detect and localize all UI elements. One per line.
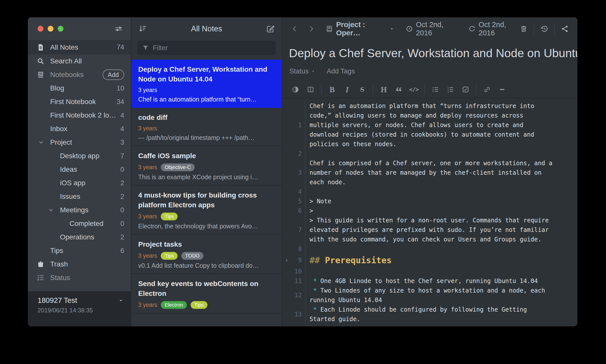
sidebar-titlebar xyxy=(28,17,131,40)
toolbar-link-icon[interactable] xyxy=(480,86,495,93)
toolbar-ordered-list-icon[interactable]: 123 xyxy=(443,86,458,93)
add-notebook-button[interactable]: Add xyxy=(103,69,124,80)
chevron-down-icon xyxy=(118,298,124,303)
sidebar-item-label: Project xyxy=(50,138,72,146)
sidebar-item-first-notebook[interactable]: First Notebook34 xyxy=(28,95,131,109)
new-note-button[interactable] xyxy=(266,24,275,33)
divider xyxy=(476,84,477,95)
sidebar-item-ideas[interactable]: Ideas0 xyxy=(28,163,131,176)
note-list-panel: All Notes Filter xyxy=(131,17,282,326)
sidebar-item-project[interactable]: Project3 xyxy=(28,136,131,149)
toolbar-strikethrough-icon[interactable]: S xyxy=(355,86,370,93)
markdown-editor[interactable]: 1Chef is an automation platform that “tu… xyxy=(282,98,577,326)
sidebar-item-desktop-app[interactable]: Desktop app7 xyxy=(28,149,131,163)
add-tags-field[interactable]: Add Tags xyxy=(327,67,355,75)
note-item-snippet: Chef is an automation platform that “tur… xyxy=(138,96,275,103)
text-segment: Each Linode should be configured by foll… xyxy=(310,306,531,323)
note-title[interactable]: Deploy a Chef Server, Workstation and No… xyxy=(282,40,577,60)
text-segment: * xyxy=(310,278,320,285)
chevron-down-icon[interactable] xyxy=(48,207,54,213)
sidebar-item-operations[interactable]: Operations2 xyxy=(28,230,131,244)
sidebar-item-ios-app[interactable]: iOS app2 xyxy=(28,176,131,190)
note-list-item[interactable]: Send key events to webContents on Electr… xyxy=(131,274,282,314)
editor-toolbar: BISH“</>123 xyxy=(282,81,577,98)
sidebar-item-status[interactable]: Status xyxy=(28,271,131,285)
note-count-badge: 4 xyxy=(120,125,124,133)
sidebar-item-tips[interactable]: Tips6 xyxy=(28,244,131,257)
history-icon[interactable] xyxy=(540,25,548,33)
note-count-badge: 2 xyxy=(120,179,124,187)
sidebar-item-notebooks[interactable]: NotebooksAdd xyxy=(28,68,131,81)
notebook-name: Project : Oper… xyxy=(336,21,385,37)
note-item-title: Deploy a Chef Server, Workstation and No… xyxy=(138,64,275,84)
note-list-item[interactable]: Project tasks3 yearsTipsTODOv0.1 Add lis… xyxy=(131,235,282,274)
chevron-down-icon[interactable] xyxy=(38,139,44,146)
nav-forward-icon[interactable] xyxy=(308,25,315,33)
line-number: 13 xyxy=(291,310,305,319)
sidebar-item-inbox[interactable]: Inbox4 xyxy=(28,122,131,136)
toolbar-side-by-side-icon[interactable] xyxy=(303,86,318,93)
fold-arrow-icon[interactable]: ▾ xyxy=(282,254,291,267)
note-item-snippet: This is an example XCode project using i… xyxy=(138,173,275,181)
toolbar-blockquote-icon[interactable]: “ xyxy=(391,85,406,94)
toolbar-bold-icon[interactable]: B xyxy=(325,86,340,94)
note-list-item[interactable]: Deploy a Chef Server, Workstation and No… xyxy=(131,60,282,108)
sidebar-item-completed[interactable]: Completed0 xyxy=(28,217,131,230)
toolbar-horizontal-rule-icon[interactable] xyxy=(495,86,510,93)
editor-header: Project : Oper… Oct 2nd, 2016 xyxy=(282,17,577,40)
minimize-window-button[interactable] xyxy=(48,26,53,32)
sidebar-item-label: Inbox xyxy=(50,125,67,133)
toolbar-bullet-list-icon[interactable] xyxy=(428,86,443,93)
zoom-window-button[interactable] xyxy=(58,26,63,32)
checklist-icon xyxy=(37,274,45,282)
toolbar-code-icon[interactable]: </> xyxy=(406,86,421,93)
status-selector[interactable]: Status xyxy=(289,67,315,75)
sidebar-item-meetings[interactable]: Meetings0 xyxy=(28,203,131,217)
delete-note-icon[interactable] xyxy=(520,25,528,33)
sidebar-settings-icon[interactable] xyxy=(114,24,123,33)
text-segment: > xyxy=(310,207,313,214)
svg-text:3: 3 xyxy=(447,91,449,93)
close-window-button[interactable] xyxy=(38,26,43,32)
sidebar-item-trash[interactable]: Trash xyxy=(28,257,131,271)
notebook-icon xyxy=(326,25,333,33)
toolbar-preview-icon[interactable] xyxy=(288,86,303,93)
sidebar-item-all-notes[interactable]: All Notes74 xyxy=(28,40,131,54)
note-count-badge: 2 xyxy=(120,193,124,201)
note-list-item[interactable]: 4 must-know tips for building cross plat… xyxy=(131,186,282,235)
line-text xyxy=(306,149,554,158)
line-text: * Two Linodes of any size to host a work… xyxy=(306,286,554,305)
tag-pill: Tips xyxy=(161,252,178,260)
sidebar-item-search-all[interactable]: Search All xyxy=(28,54,131,68)
toolbar-heading-icon[interactable]: H xyxy=(376,86,391,94)
app-window: All Notes74Search AllNotebooksAddBlog10F… xyxy=(28,17,577,326)
nav-back-icon[interactable] xyxy=(291,25,298,33)
window-controls xyxy=(38,26,63,32)
note-count-badge: 34 xyxy=(117,98,124,106)
divider xyxy=(424,84,425,95)
sidebar-item-issues[interactable]: Issues2 xyxy=(28,190,131,203)
filter-input[interactable]: Filter xyxy=(137,41,276,55)
line-gutter: 4 xyxy=(282,187,306,197)
line-number: 3 xyxy=(291,168,305,177)
note-list-item[interactable]: Caffe iOS sample3 yearsObjective-CThis i… xyxy=(131,146,282,186)
toolbar-italic-icon[interactable]: I xyxy=(340,86,355,94)
sidebar-item-first-notebook-2-lo[interactable]: First Notebook 2 lo…4 xyxy=(28,109,131,122)
text-segment: Chef is comprised of a Chef server, one … xyxy=(310,160,556,186)
sort-icon[interactable] xyxy=(138,24,147,33)
sidebar-item-label: First Notebook xyxy=(50,98,96,106)
editor-line: 7> This guide is written for a non-root … xyxy=(282,216,577,244)
sidebar-item-label: Desktop app xyxy=(60,152,99,160)
line-gutter: 6 xyxy=(282,206,306,216)
chevron-down-icon xyxy=(389,26,394,31)
share-icon[interactable] xyxy=(561,25,569,33)
refresh-clock-icon xyxy=(469,25,476,32)
book-icon xyxy=(37,71,45,79)
toolbar-checkbox-icon[interactable] xyxy=(458,86,473,93)
note-list-item[interactable]: code diff3 years--- /path/to/original ti… xyxy=(131,108,282,146)
workspace-switcher[interactable]: 180927 Test 2019/06/21 14:38:35 xyxy=(28,291,131,326)
editor-line: 12 * Two Linodes of any size to host a w… xyxy=(282,286,577,305)
sidebar-item-blog[interactable]: Blog10 xyxy=(28,81,131,95)
notebook-selector[interactable]: Project : Oper… xyxy=(326,21,394,37)
text-segment: Prerequisites xyxy=(325,255,392,265)
